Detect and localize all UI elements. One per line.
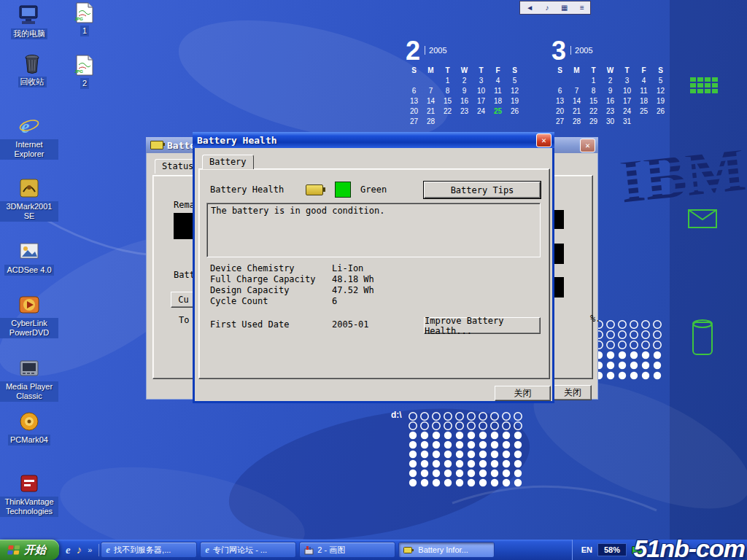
pcmark-icon [17,411,42,432]
calendar-date: 20 [406,107,422,117]
task-label: 找不到服务器,... [114,545,171,556]
calendar-date: 22 [439,107,456,117]
taskbar-item-battery-information[interactable]: Battery Infor... [398,542,495,558]
calendar-date [439,117,456,128]
volume-icon[interactable]: ◄ [526,4,533,12]
field-value: 47.52 Wh [332,285,374,295]
note-icon[interactable]: ♪ [546,4,549,12]
calendar-day-header: M [422,66,439,77]
calendar-date: 23 [602,107,619,117]
icon-label: PCMark04 [8,435,50,446]
language-indicator[interactable]: EN [581,545,592,554]
drive-label: d:\ [391,410,402,420]
calendar-date: 18 [635,97,652,107]
taskbar-item-paint[interactable]: 2 - 画图 [299,542,395,558]
3dmark-icon [17,177,42,199]
calendar-date: 26 [506,107,523,117]
battery-health-titlebar[interactable]: Battery Health ✕ [193,132,554,148]
desktop-icon-media-player-classic[interactable]: Media Player Classic [0,357,58,402]
icon-label: 我的电脑 [11,28,47,39]
calendar-date: 26 [652,107,669,117]
calendar-date: 12 [506,87,523,97]
calendar-date: 7 [568,87,585,97]
desktop-icon-thinkvantage[interactable]: ThinkVantage Technologies [0,472,58,517]
field-label: Full Charge Capacity [210,274,332,284]
health-status-text: Green [360,184,387,195]
desktop-icon-powerdvd[interactable]: CyberLink PowerDVD [0,294,58,338]
battery-health-window[interactable]: Battery Health ✕ Battery Battery Health … [193,132,554,403]
calendar-date: 15 [439,97,456,107]
jpg-file-icon: JPG [72,54,97,76]
file-type-badge: JPG [74,17,83,21]
close-button[interactable]: 关闭 [554,385,592,400]
calendar-date: 5 [652,77,669,87]
calendar-date: 2 [602,77,619,87]
calendar-date: 24 [473,107,489,117]
thinkvantage-icon [17,472,42,494]
field-label: First Used Date [210,319,332,330]
task-label: Battery Infor... [418,545,468,554]
desktop-icon-acdsee[interactable]: ACDSee 4.0 [0,241,58,276]
calendar-date: 8 [439,87,456,97]
calendar-date [635,117,652,128]
floating-toolbar[interactable]: ◄ ♪ ▦ ≡ [519,1,591,15]
battery-percent-indicator[interactable]: 58% [597,543,627,556]
first-used-row: First Used Date2005-01 [210,319,369,330]
calendar-date: 9 [456,87,473,97]
calendar-march: 3 2005 SMTWTFS12345678910111213141516171… [551,40,669,128]
taskbar-item-forum[interactable]: e 专门网论坛 - ... [200,542,296,558]
calendar-date: 11 [635,87,652,97]
calendar-date: 10 [619,87,635,97]
chevron-right-icon[interactable]: » [88,545,92,554]
task-label: 2 - 画图 [317,545,345,556]
start-button[interactable]: 开始 [0,540,59,560]
battery-health-label: Battery Health [210,184,284,195]
battery-tips-button[interactable]: Battery Tips [424,182,541,198]
menu-icon[interactable]: ≡ [580,4,584,12]
icon-label: Media Player Classic [0,381,58,402]
calendar-date: 24 [619,107,635,117]
field-row: Design Capacity47.52 Wh [210,285,374,295]
desktop-file-1[interactable]: JPG 1 [63,1,107,36]
improve-battery-health-button[interactable]: Improve Battery Health... [424,317,541,334]
calendar-date: 3 [473,77,489,87]
internet-explorer-icon: e [17,115,42,137]
close-icon[interactable]: ✕ [580,139,595,152]
calendar-date: 13 [406,97,422,107]
calendar-date: 3 [619,77,635,87]
calendar-date: 27 [551,117,568,128]
file-label: 1 [80,26,89,36]
calendar-day-header: S [506,66,523,77]
calendar-date [422,77,439,87]
internet-explorer-icon: e [205,544,209,556]
desktop-icon-internet-explorer[interactable]: e Internet Explorer [0,115,58,160]
condition-box: The battery is in good condition. [206,203,541,257]
desktop-icon-my-computer[interactable]: 我的电脑 [0,4,58,39]
calendar-date: 17 [473,97,489,107]
desktop-file-2[interactable]: JPG 2 [63,54,107,89]
powerdvd-icon [17,294,42,316]
quick-launch: e ♪ » [59,544,99,556]
svg-text:IBM: IBM [616,133,747,216]
close-icon[interactable]: ✕ [536,133,551,147]
icon-label: ThinkVantage Technologies [0,497,58,517]
health-status-swatch [335,182,351,198]
icon-label: CyberLink PowerDVD [0,318,58,338]
tab-battery[interactable]: Battery [202,155,254,169]
media-player-classic-icon [17,357,42,379]
desktop-icon-recycle-bin[interactable]: 回收站 [3,52,61,88]
calendar-day-header: S [406,66,422,77]
desktop-icon-3dmark2001[interactable]: 3DMark2001 SE [0,177,58,222]
battery-health-body: Battery Battery Health Green Battery Tip… [193,148,554,403]
calendar-date: 25 [635,107,652,117]
desktop-icon-pcmark04[interactable]: PCMark04 [0,411,58,446]
calendar-date: 31 [619,117,635,128]
internet-explorer-icon[interactable]: e [66,544,71,556]
calendar-date: 20 [551,107,568,117]
calendar-date: 12 [652,87,669,97]
close-button[interactable]: 关闭 [495,386,551,401]
taskbar-item-server-not-found[interactable]: e 找不到服务器,... [101,542,197,558]
calendar-date: 16 [456,97,473,107]
display-icon[interactable]: ▦ [561,4,568,12]
media-icon[interactable]: ♪ [77,544,82,556]
